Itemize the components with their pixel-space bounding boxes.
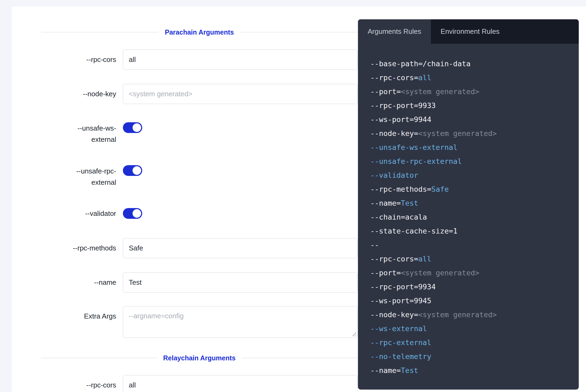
console-segment: --node-key= bbox=[370, 310, 418, 319]
form-row-name: --name bbox=[30, 272, 358, 293]
console-line: --chain=acala bbox=[370, 210, 571, 224]
relay-rpc-cors-input[interactable] bbox=[123, 375, 358, 392]
console-segment: --validator bbox=[370, 171, 418, 179]
toggle-knob bbox=[133, 123, 141, 132]
console-line: --name=Test bbox=[370, 196, 571, 210]
console-segment: --unsafe-ws-external bbox=[370, 143, 457, 151]
console-segment: --rpc-methods= bbox=[370, 185, 431, 193]
field-label-unsafe-rpc-external: --unsafe-rpc- external bbox=[30, 165, 116, 188]
console-line: --rpc-port=9934 bbox=[370, 280, 571, 294]
divider-line bbox=[241, 358, 358, 358]
node-key-input[interactable] bbox=[123, 84, 358, 104]
console-segment: --node-key= bbox=[370, 129, 418, 138]
console-line: --ws-external bbox=[370, 322, 571, 336]
console-segment: all bbox=[418, 255, 431, 263]
console-segment: --state-cache-size=1 bbox=[370, 227, 457, 235]
console-segment: -- bbox=[370, 241, 379, 249]
form-row-relay-rpc-cors: --rpc-cors bbox=[30, 375, 358, 392]
extra-args-textarea[interactable] bbox=[123, 306, 358, 338]
console-segment: all bbox=[418, 73, 431, 82]
section-divider-relaychain: Relaychain Arguments bbox=[41, 354, 358, 362]
console-line: --rpc-cors=all bbox=[370, 71, 571, 85]
form-row-extra-args: Extra Args bbox=[30, 306, 358, 338]
field-label-unsafe-ws-external: --unsafe-ws- external bbox=[30, 122, 116, 145]
console-line: --port=<system generated> bbox=[370, 266, 571, 280]
console-line: --ws-port=9944 bbox=[370, 113, 571, 127]
console-segment: --chain=acala bbox=[370, 213, 427, 221]
console-segment: --unsafe-rpc-external bbox=[370, 157, 462, 165]
console-line: --name=Test bbox=[370, 364, 571, 378]
form-row-rpc-methods: --rpc-methods bbox=[30, 238, 358, 258]
console-line: --node-key=<system generated> bbox=[370, 127, 571, 140]
console-segment: <system generated> bbox=[418, 310, 497, 319]
toggle-knob bbox=[133, 166, 141, 175]
unsafe-ws-external-toggle[interactable] bbox=[123, 122, 142, 133]
console-segment: --rpc-port=9934 bbox=[370, 283, 436, 291]
console-segment: Test bbox=[401, 366, 418, 375]
console-segment: <system generated> bbox=[401, 269, 479, 277]
unsafe-rpc-external-toggle[interactable] bbox=[123, 165, 142, 176]
console-line: --rpc-external bbox=[370, 336, 571, 350]
divider-line bbox=[41, 358, 157, 358]
divider-line bbox=[41, 32, 159, 32]
console-segment: <system generated> bbox=[401, 87, 479, 96]
rules-panel: Arguments Rules Environment Rules --base… bbox=[358, 19, 579, 390]
divider-line bbox=[240, 32, 358, 32]
rules-tabbar: Arguments Rules Environment Rules bbox=[358, 19, 579, 44]
console-line: --validator bbox=[370, 168, 571, 182]
form-row-unsafe-ws-external: --unsafe-ws- external bbox=[30, 122, 358, 145]
console-line: --state-cache-size=1 bbox=[370, 224, 571, 238]
console-line: --port=<system generated> bbox=[370, 85, 571, 99]
console-segment: --port= bbox=[370, 87, 401, 96]
field-label-rpc-methods: --rpc-methods bbox=[30, 238, 116, 258]
console-line: --rpc-cors=all bbox=[370, 252, 571, 266]
form-row-unsafe-rpc-external: --unsafe-rpc- external bbox=[30, 165, 358, 188]
field-label-validator: --validator bbox=[30, 208, 116, 219]
console-segment: --ws-external bbox=[370, 324, 427, 333]
rpc-methods-input[interactable] bbox=[123, 238, 358, 258]
field-label-extra-args: Extra Args bbox=[30, 306, 116, 326]
console-segment: --rpc-port=9933 bbox=[370, 101, 436, 110]
console-segment: --name= bbox=[370, 366, 401, 375]
field-label-relay-rpc-cors: --rpc-cors bbox=[30, 375, 116, 392]
console-line: --unsafe-ws-external bbox=[370, 140, 571, 154]
console-line: --unsafe-rpc-external bbox=[370, 154, 571, 168]
console-segment: --rpc-cors= bbox=[370, 73, 418, 82]
console-segment: --rpc-external bbox=[370, 338, 431, 347]
console-segment: --ws-port=9945 bbox=[370, 297, 431, 305]
field-label-name: --name bbox=[30, 272, 116, 293]
section-title-parachain: Parachain Arguments bbox=[159, 28, 240, 36]
form-row-validator: --validator bbox=[30, 208, 358, 219]
console-line: --node-key=<system generated> bbox=[370, 308, 571, 322]
console-segment: --rpc-cors= bbox=[370, 255, 418, 263]
console-line: --no-telemetry bbox=[370, 350, 571, 364]
form-row-node-key: --node-key bbox=[30, 84, 358, 104]
console-line: --base-path=/chain-data bbox=[370, 57, 571, 71]
form-row-rpc-cors: --rpc-cors bbox=[30, 50, 358, 70]
rpc-cors-input[interactable] bbox=[123, 50, 358, 70]
console-line: --rpc-port=9933 bbox=[370, 99, 571, 113]
console-segment: <system generated> bbox=[418, 129, 497, 138]
console-segment: --name= bbox=[370, 199, 401, 207]
tab-environment-rules[interactable]: Environment Rules bbox=[431, 19, 579, 44]
validator-toggle[interactable] bbox=[123, 208, 142, 219]
console-line: -- bbox=[370, 238, 571, 252]
section-title-relaychain: Relaychain Arguments bbox=[157, 354, 241, 362]
console-segment: --ws-port=9944 bbox=[370, 115, 431, 124]
toggle-knob bbox=[133, 209, 141, 218]
name-input[interactable] bbox=[123, 272, 358, 293]
section-divider-parachain: Parachain Arguments bbox=[41, 28, 358, 36]
console-line: --rpc-methods=Safe bbox=[370, 182, 571, 196]
console-segment: --no-telemetry bbox=[370, 352, 431, 361]
console-segment: --base-path=/chain-data bbox=[370, 60, 471, 68]
rules-console: --base-path=/chain-data--rpc-cors=all--p… bbox=[358, 44, 579, 378]
console-segment: --port= bbox=[370, 269, 401, 277]
console-segment: Safe bbox=[431, 185, 449, 193]
field-label-node-key: --node-key bbox=[30, 84, 116, 104]
console-segment: Test bbox=[401, 199, 418, 207]
console-line: --ws-port=9945 bbox=[370, 294, 571, 308]
field-label-rpc-cors: --rpc-cors bbox=[30, 50, 116, 70]
tab-arguments-rules[interactable]: Arguments Rules bbox=[358, 19, 431, 44]
